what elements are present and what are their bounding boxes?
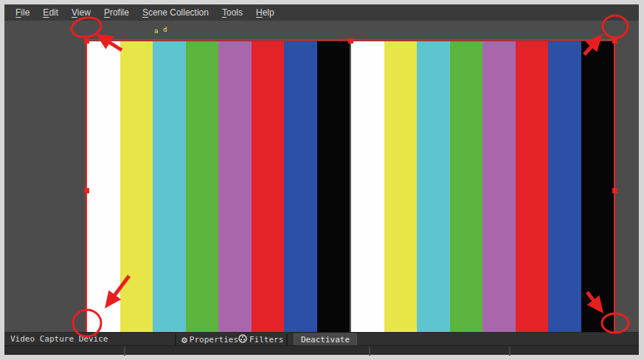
toolbar-divider <box>286 333 288 345</box>
menu-bar: File Edit View Profile Scene Collection … <box>4 4 639 21</box>
obs-window: File Edit View Profile Scene Collection … <box>4 4 639 355</box>
menu-help[interactable]: Help <box>249 6 281 19</box>
menu-view-mnemonic: V <box>72 7 77 18</box>
menu-file-rest: ile <box>21 7 30 18</box>
menu-tools-rest: ools <box>226 7 243 18</box>
toolbar-divider <box>175 333 176 345</box>
menu-view-rest: iew <box>77 7 91 18</box>
video-artifact-mark: a <box>154 28 158 35</box>
dock-divider <box>124 347 125 356</box>
resize-handle-top-center[interactable] <box>348 38 353 44</box>
resize-handle-middle-right[interactable] <box>612 188 617 193</box>
menu-tools[interactable]: Tools <box>215 6 249 19</box>
selected-source-name: Video Capture Device <box>10 334 108 344</box>
preview-area: a d <box>4 21 639 332</box>
properties-button-label: Properties <box>190 335 238 345</box>
properties-button[interactable]: ⚙ Properties <box>181 333 238 346</box>
menu-scene-collection-mnemonic: S <box>142 7 148 18</box>
resize-handle-middle-left[interactable] <box>84 188 89 193</box>
page: { "menu_bar": { "items": [ { "first": "F… <box>0 0 644 360</box>
dock-divider <box>369 347 370 356</box>
filters-button-label: Filters <box>249 335 283 345</box>
source-selection-border[interactable] <box>86 39 615 340</box>
source-toolbar: Video Capture Device ⚙ Properties Filter… <box>4 332 639 345</box>
menu-profile-mnemonic: P <box>104 7 110 18</box>
menu-view[interactable]: View <box>65 6 97 19</box>
menu-file[interactable]: File <box>9 6 36 19</box>
video-artifact-mark: d <box>163 27 167 33</box>
menu-help-rest: elp <box>263 7 274 18</box>
menu-profile[interactable]: Profile <box>97 6 136 19</box>
menu-help-mnemonic: H <box>256 7 263 18</box>
filters-button[interactable]: Filters <box>238 333 283 346</box>
menu-edit[interactable]: Edit <box>36 6 65 19</box>
dock-strip <box>4 345 639 355</box>
dock-divider <box>509 347 510 356</box>
menu-profile-rest: rofile <box>110 7 129 18</box>
menu-scene-collection[interactable]: Scene Collection <box>136 6 215 19</box>
filters-icon <box>238 334 247 345</box>
resize-handle-top-left[interactable] <box>84 38 89 44</box>
gear-icon: ⚙ <box>181 335 187 345</box>
menu-edit-rest: dit <box>49 7 58 18</box>
deactivate-button[interactable]: Deactivate <box>294 333 357 346</box>
menu-scene-collection-rest: cene Collection <box>148 7 209 18</box>
resize-handle-top-right[interactable] <box>612 38 617 44</box>
